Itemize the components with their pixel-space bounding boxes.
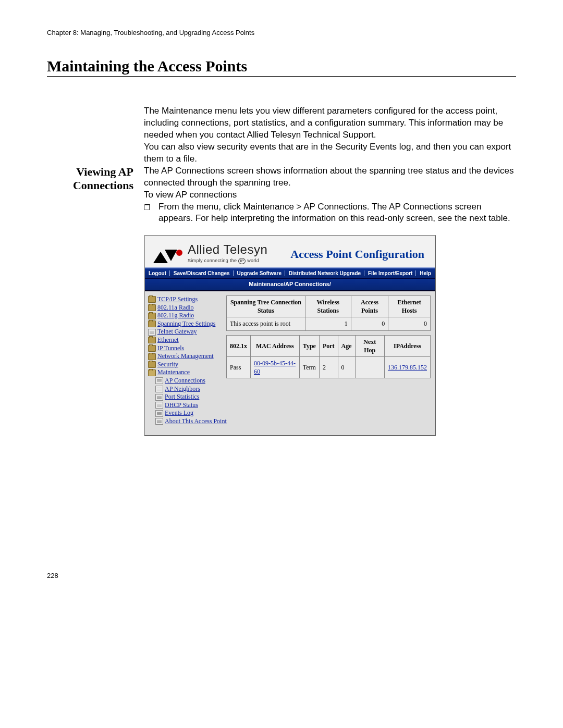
- ap-connections-screenshot: Allied Telesyn Simply connecting the IP …: [144, 235, 436, 436]
- th-next-hop: Next Hop: [355, 335, 384, 356]
- nav-events-log[interactable]: Events Log: [165, 409, 193, 417]
- table-row: Pass 00-09-5b-45-44-60 Term 2 0 136.179.…: [227, 357, 431, 378]
- bullet-text: From the menu, click Maintenance > AP Co…: [158, 201, 516, 225]
- nav-ap-neighbors[interactable]: AP Neighbors: [165, 385, 200, 393]
- folder-open-icon: [148, 369, 156, 376]
- page-icon: [148, 329, 156, 336]
- nav-maintenance[interactable]: Maintenance: [157, 368, 190, 377]
- bullet-icon: ❐: [144, 201, 158, 213]
- nav-about[interactable]: About This Access Point: [165, 417, 227, 426]
- page-icon: [155, 386, 163, 392]
- page-icon: [155, 402, 163, 409]
- nav-ap-connections[interactable]: AP Connections: [165, 377, 205, 385]
- nav-tcpip[interactable]: TCP/IP Settings: [157, 295, 198, 304]
- nav-tree: TCP/IP Settings 802.11a Radio 802.11g Ra…: [148, 295, 226, 426]
- th-8021x: 802.1x: [227, 335, 251, 356]
- th-mac: MAC Address: [251, 335, 300, 356]
- nav-network-mgmt[interactable]: Network Management: [157, 352, 214, 361]
- folder-icon: [148, 361, 156, 368]
- menu-logout[interactable]: Logout: [149, 270, 172, 276]
- folder-icon: [148, 353, 156, 360]
- menu-bar: Logout Save/Discard Changes Upgrade Soft…: [145, 267, 435, 279]
- th-port: Port: [319, 335, 338, 356]
- th-type: Type: [299, 335, 319, 356]
- folder-icon: [148, 313, 156, 319]
- nav-80211a[interactable]: 802.11a Radio: [157, 304, 194, 312]
- app-title: Access Point Configuration: [290, 246, 426, 264]
- nav-ip-tunnels[interactable]: IP Tunnels: [157, 344, 184, 353]
- breadcrumb: Maintenance/AP Connections/: [145, 279, 435, 291]
- page-icon: [155, 418, 163, 425]
- menu-distributed-upgrade[interactable]: Distributed Network Upgrade: [289, 270, 366, 276]
- folder-icon: [148, 320, 156, 327]
- nav-spanning-tree[interactable]: Spanning Tree Settings: [157, 320, 215, 328]
- mac-link[interactable]: 00-09-5b-45-44-60: [254, 360, 296, 375]
- page-title: Maintaining the Access Points: [47, 57, 516, 77]
- th-ip: IPAddress: [384, 335, 430, 356]
- nav-80211g[interactable]: 802.11g Radio: [157, 312, 194, 320]
- menu-file-import-export[interactable]: File Import/Export: [368, 270, 419, 276]
- nav-security[interactable]: Security: [157, 361, 178, 369]
- th-spanning-tree-status: Spanning Tree Connection Status: [227, 296, 305, 317]
- section-paragraph-1: The AP Connections screen shows informat…: [144, 165, 516, 189]
- folder-icon: [148, 345, 156, 352]
- th-wireless-stations: Wireless Stations: [305, 296, 351, 317]
- menu-help[interactable]: Help: [420, 270, 431, 276]
- page-icon: [155, 394, 163, 401]
- section-heading: Viewing AP Connections: [47, 165, 144, 193]
- page-icon: [155, 377, 163, 384]
- chapter-header: Chapter 8: Managing, Troubleshooting, an…: [47, 29, 516, 36]
- nav-ethernet[interactable]: Ethernet: [157, 336, 179, 344]
- th-age: Age: [338, 335, 355, 356]
- nav-port-statistics[interactable]: Port Statistics: [165, 393, 199, 401]
- summary-table: Spanning Tree Connection Status Wireless…: [226, 295, 431, 331]
- page-icon: [155, 410, 163, 417]
- th-ethernet-hosts: Ethernet Hosts: [388, 296, 431, 317]
- allied-telesyn-logo: Allied Telesyn Simply connecting the IP …: [153, 241, 267, 264]
- intro-paragraph-1: The Maintenance menu lets you view diffe…: [144, 105, 516, 141]
- menu-upgrade-software[interactable]: Upgrade Software: [237, 270, 287, 276]
- ip-link[interactable]: 136.179.85.152: [388, 364, 427, 371]
- section-paragraph-2: To view AP connections: [144, 189, 516, 201]
- connections-table: 802.1x MAC Address Type Port Age Next Ho…: [226, 335, 431, 379]
- nav-telnet[interactable]: Telnet Gateway: [157, 328, 197, 336]
- th-access-points: Access Points: [351, 296, 388, 317]
- folder-icon: [148, 296, 156, 303]
- intro-paragraph-2: You can also view security events that a…: [144, 141, 516, 165]
- folder-icon: [148, 337, 156, 343]
- table-row: This access point is root 1 0 0: [227, 317, 431, 330]
- folder-icon: [148, 304, 156, 311]
- page-number: 228: [47, 572, 516, 579]
- menu-save-discard[interactable]: Save/Discard Changes: [174, 270, 236, 276]
- nav-dhcp-status[interactable]: DHCP Status: [165, 401, 198, 410]
